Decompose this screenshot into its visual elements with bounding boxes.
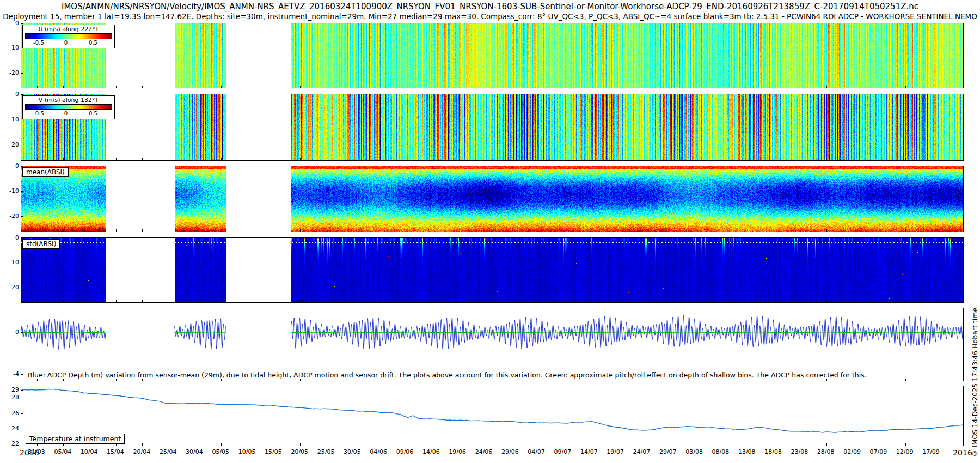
depth-variation-axis-labels: 0-4 xyxy=(1,308,19,381)
panel-v-velocity: 0-10-20 V (m/s) along 132°T -0.500.5 xyxy=(21,94,964,161)
x-tick-label: 25/05 xyxy=(317,448,335,455)
x-tick-label: 20/05 xyxy=(291,448,308,455)
x-tick-label: 23/08 xyxy=(791,448,808,455)
depth-variation-annotation: Blue: ADCP Depth (m) variation from sens… xyxy=(27,371,868,379)
v-velocity-heatmap xyxy=(21,94,963,160)
temperature-line-plot xyxy=(21,386,963,446)
u-colorbar: -0.500.5 xyxy=(25,33,112,47)
x-tick-label: 05/04 xyxy=(54,448,71,455)
u-colorbar-legend: U (m/s) along 222°T -0.500.5 xyxy=(22,25,115,48)
panel-depth-variation: 0-4 Blue: ADCP Depth (m) variation from … xyxy=(21,308,964,381)
y-tick-label: 29 xyxy=(11,387,19,393)
y-tick-label: 0 xyxy=(15,91,19,98)
panel-u-velocity: 0-10-20 U (m/s) along 222°T -0.500.5 xyxy=(21,23,964,88)
x-tick-label: 02/09 xyxy=(843,448,861,455)
y-tick-label: 22 xyxy=(11,441,19,447)
u-colorbar-tick-labels: -0.500.5 xyxy=(25,39,112,46)
copyright-watermark: © IMOS 14-Dec-2025 17:43:46 Hobart time xyxy=(971,294,979,458)
absi-std-heatmap xyxy=(21,238,963,302)
x-tick-label: 13/08 xyxy=(738,448,756,455)
colorbar-tick-label: -0.5 xyxy=(33,111,44,117)
x-tick-label: 15/04 xyxy=(107,448,124,455)
u-velocity-heatmap xyxy=(21,23,963,88)
y-tick-label: -10 xyxy=(9,117,19,123)
x-tick-label: 09/06 xyxy=(396,448,414,455)
v-depth-axis-labels: 0-10-20 xyxy=(1,94,19,160)
y-tick-label: -20 xyxy=(9,213,19,220)
x-tick-label: 08/08 xyxy=(712,448,730,455)
x-axis-date-labels: 31/0305/0410/0415/0420/0425/0430/0405/05… xyxy=(21,448,963,459)
x-tick-label: 24/06 xyxy=(475,448,493,455)
y-tick-label: 24 xyxy=(11,425,19,432)
y-tick-label: -10 xyxy=(9,188,19,194)
depth-variation-line-plot xyxy=(21,308,963,381)
x-tick-label: 19/06 xyxy=(449,448,466,455)
y-tick-label: 0 xyxy=(15,163,19,169)
x-tick-label: 30/04 xyxy=(186,448,203,455)
x-tick-label: 07/09 xyxy=(870,448,887,455)
u-depth-axis-labels: 0-10-20 xyxy=(1,23,19,88)
figure-title-filename: IMOS/ANMN/NRS/NRSYON/Velocity/IMOS_ANMN-… xyxy=(0,2,980,11)
x-tick-label: 14/06 xyxy=(422,448,440,455)
x-tick-label: 12/09 xyxy=(896,448,914,455)
x-tick-label: 30/05 xyxy=(344,448,361,455)
x-year-label-left: 2016 xyxy=(20,448,39,457)
panel-absi-std: 0-10-20 std(ABSI) xyxy=(21,237,964,303)
x-tick-label: 18/08 xyxy=(764,448,782,455)
panel-temperature: 2928262422 Temperature at instrument xyxy=(21,386,964,446)
absi-std-depth-axis-labels: 0-10-20 xyxy=(1,238,19,302)
y-tick-label: 26 xyxy=(11,410,19,417)
v-legend-title: V (m/s) along 132°T xyxy=(25,96,112,103)
colorbar-tick-label: 0 xyxy=(64,111,68,117)
colorbar-tick-label: -0.5 xyxy=(33,40,44,46)
y-tick-label: -10 xyxy=(9,45,19,51)
y-tick-label: -20 xyxy=(9,284,19,291)
x-tick-label: 20/04 xyxy=(133,448,150,455)
colorbar-tick-label: 0.5 xyxy=(89,40,97,46)
v-colorbar-gradient xyxy=(25,104,112,110)
x-tick-label: 09/07 xyxy=(554,448,572,455)
x-tick-label: 15/05 xyxy=(265,448,282,455)
x-tick-label: 29/07 xyxy=(659,448,677,455)
y-tick-label: 0 xyxy=(15,20,19,27)
x-tick-label: 24/07 xyxy=(633,448,651,455)
x-tick-label: 04/06 xyxy=(370,448,387,455)
x-tick-label: 05/05 xyxy=(212,448,229,455)
y-tick-label: -10 xyxy=(9,259,19,266)
temperature-axis-labels: 2928262422 xyxy=(1,386,19,446)
x-tick-label: 19/07 xyxy=(607,448,624,455)
x-tick-label: 14/07 xyxy=(580,448,598,455)
y-tick-label: 28 xyxy=(11,394,19,401)
adcp-summary-figure: IMOS/ANMN/NRS/NRSYON/Velocity/IMOS_ANMN-… xyxy=(0,0,980,463)
y-tick-label: -20 xyxy=(9,70,19,76)
y-tick-label: 0 xyxy=(15,329,19,336)
y-tick-label: -20 xyxy=(9,142,19,148)
colorbar-tick-label: 0.5 xyxy=(89,111,97,117)
v-colorbar-tick-labels: -0.500.5 xyxy=(25,110,112,117)
y-tick-label: 0 xyxy=(15,235,19,241)
absi-std-label: std(ABSI) xyxy=(22,239,60,249)
u-legend-title: U (m/s) along 222°T xyxy=(25,26,112,33)
v-colorbar-legend: V (m/s) along 132°T -0.500.5 xyxy=(22,95,115,119)
y-tick-label: -4 xyxy=(13,371,19,377)
x-tick-label: 10/05 xyxy=(238,448,256,455)
v-colorbar: -0.500.5 xyxy=(25,104,112,118)
absi-mean-heatmap xyxy=(21,166,963,232)
x-year-label-right: 2016 xyxy=(953,448,972,457)
absi-mean-depth-axis-labels: 0-10-20 xyxy=(1,166,19,232)
u-colorbar-gradient xyxy=(25,33,112,39)
colorbar-tick-label: 0 xyxy=(64,40,68,46)
x-tick-label: 10/04 xyxy=(81,448,98,455)
x-tick-label: 28/08 xyxy=(817,448,835,455)
temperature-label: Temperature at instrument xyxy=(26,434,125,444)
x-tick-label: 29/06 xyxy=(501,448,519,455)
x-tick-label: 25/04 xyxy=(160,448,177,455)
panel-absi-mean: 0-10-20 mean(ABSI) xyxy=(21,166,964,232)
x-tick-label: 04/07 xyxy=(528,448,545,455)
x-tick-label: 17/09 xyxy=(922,448,940,455)
x-tick-label: 03/08 xyxy=(685,448,703,455)
figure-subtitle-deployment-info: Deployment 15, member 1 lat=19.3S lon=14… xyxy=(0,12,980,21)
absi-mean-label: mean(ABSI) xyxy=(22,167,69,177)
